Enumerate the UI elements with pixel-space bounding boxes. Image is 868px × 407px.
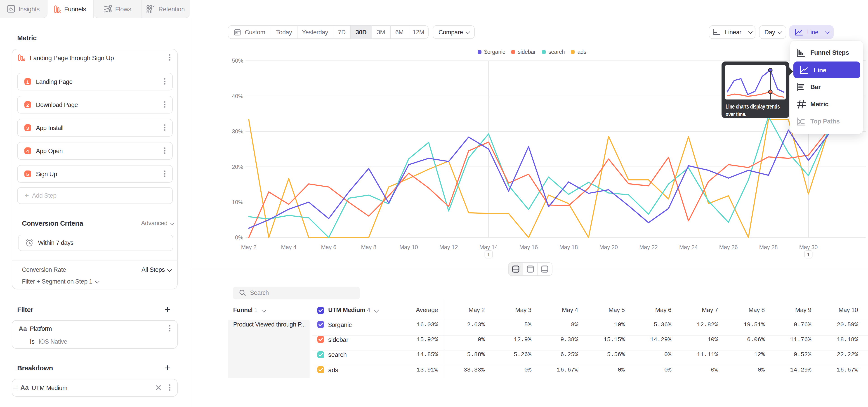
svg-text:50%: 50% — [232, 57, 243, 64]
svg-text:May 24: May 24 — [679, 244, 698, 250]
svg-text:May 20: May 20 — [599, 244, 618, 250]
svg-text:May 2: May 2 — [241, 244, 256, 250]
svg-text:May 18: May 18 — [559, 244, 578, 250]
svg-text:May 10: May 10 — [399, 244, 418, 250]
svg-text:May 8: May 8 — [361, 244, 376, 250]
svg-text:May 22: May 22 — [639, 244, 658, 250]
svg-text:May 28: May 28 — [759, 244, 778, 250]
svg-text:1: 1 — [487, 252, 490, 257]
svg-text:May 4: May 4 — [281, 244, 296, 250]
svg-text:May 16: May 16 — [519, 244, 538, 250]
svg-text:30%: 30% — [232, 128, 243, 134]
svg-text:May 30: May 30 — [799, 244, 817, 250]
svg-text:May 14: May 14 — [479, 244, 498, 250]
svg-text:20%: 20% — [232, 164, 243, 170]
svg-text:1: 1 — [807, 252, 810, 257]
svg-text:May 12: May 12 — [439, 244, 458, 250]
svg-text:10%: 10% — [232, 199, 243, 205]
svg-text:May 6: May 6 — [321, 244, 336, 250]
svg-text:40%: 40% — [232, 93, 243, 99]
svg-text:May 26: May 26 — [719, 244, 738, 250]
svg-text:0%: 0% — [235, 234, 243, 241]
